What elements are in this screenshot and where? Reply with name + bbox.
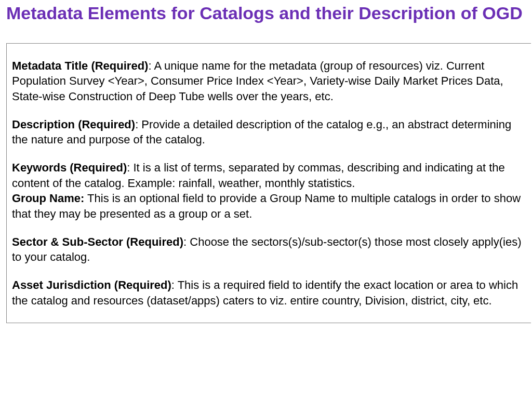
group-name-entry: Group Name: This is an optional field to…	[12, 191, 526, 221]
jurisdiction-entry: Asset Jurisdiction (Required): This is a…	[12, 277, 526, 308]
description-label: Description (Required)	[12, 118, 135, 131]
sector-entry: Sector & Sub-Sector (Required): Choose t…	[12, 234, 526, 265]
metadata-title-entry: Metadata Title (Required): A unique name…	[12, 58, 526, 104]
jurisdiction-label: Asset Jurisdiction (Required)	[12, 278, 171, 291]
sector-label: Sector & Sub-Sector (Required)	[12, 235, 183, 248]
keywords-label: Keywords (Required)	[12, 161, 127, 174]
keywords-entry: Keywords (Required): It is a list of ter…	[12, 160, 526, 191]
description-entry: Description (Required): Provide a detail…	[12, 117, 526, 148]
slide: Metadata Elements for Catalogs and their…	[0, 0, 532, 399]
group-name-label: Group Name:	[12, 192, 84, 205]
metadata-title-label: Metadata Title (Required)	[12, 59, 148, 72]
content-box: Metadata Title (Required): A unique name…	[6, 43, 531, 324]
group-name-body: This is an optional field to provide a G…	[12, 192, 521, 220]
page-title: Metadata Elements for Catalogs and their…	[0, 0, 532, 34]
